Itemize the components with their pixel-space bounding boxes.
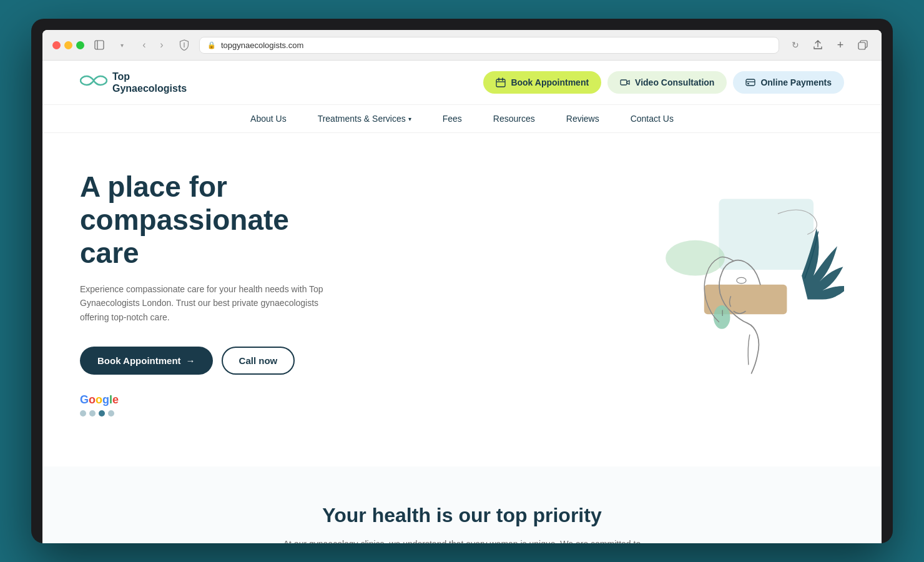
reload-button[interactable]: ↻: [787, 36, 804, 54]
logo-top: Top: [112, 71, 187, 82]
svg-rect-8: [621, 80, 627, 85]
bottom-section: Your health is our top priority At our g…: [42, 466, 882, 543]
hero-content: A place for compassionate care Experienc…: [80, 170, 342, 417]
rating-dot-4: [108, 410, 114, 417]
nav-contact[interactable]: Contact Us: [631, 114, 674, 124]
book-appointment-header-label: Book Appointment: [511, 77, 589, 87]
site-header: Top Gynaecologists Book Appointment: [42, 61, 882, 105]
call-now-button[interactable]: Call now: [222, 347, 295, 375]
sidebar-toggle-icon[interactable]: [92, 37, 107, 52]
laptop-screen: ▾ ‹ › 🔒 topgynaecologists.com ↻: [42, 30, 882, 543]
tabs-icon[interactable]: [854, 36, 872, 54]
google-logo: Google: [80, 393, 342, 407]
svg-rect-4: [496, 79, 505, 87]
url-text: topgynaecologists.com: [221, 41, 303, 50]
online-payments-label: Online Payments: [760, 77, 832, 87]
svg-rect-9: [746, 79, 755, 86]
minimize-button[interactable]: [64, 41, 72, 49]
shield-icon: [177, 37, 192, 52]
laptop-frame: ▾ ‹ › 🔒 topgynaecologists.com ↻: [31, 19, 893, 543]
nav-resources[interactable]: Resources: [493, 114, 535, 124]
nav-about[interactable]: About Us: [250, 114, 287, 124]
svg-point-19: [719, 305, 724, 310]
rating-dot-1: [80, 410, 86, 417]
logo: Top Gynaecologists: [80, 71, 187, 94]
back-button[interactable]: ‹: [137, 37, 152, 52]
svg-rect-3: [858, 42, 865, 49]
section-title: Your health is our top priority: [80, 504, 844, 527]
payment-icon: [745, 77, 755, 87]
nav-treatments[interactable]: Treatments & Services ▾: [318, 114, 411, 124]
svg-rect-11: [747, 83, 749, 84]
header-actions: Book Appointment Video Consultation: [483, 71, 844, 94]
hero-illustration: [582, 181, 844, 406]
svg-point-13: [666, 240, 725, 276]
address-bar[interactable]: 🔒 topgynaecologists.com: [199, 37, 779, 54]
close-button[interactable]: [52, 41, 61, 49]
website-content: Top Gynaecologists Book Appointment: [42, 61, 882, 543]
rating-dot-2: [89, 410, 96, 417]
logo-icon: [80, 74, 107, 91]
rating-dot-3: [99, 410, 105, 417]
chevron-down-icon: ▾: [408, 116, 411, 122]
browser-actions: ↻ +: [787, 36, 872, 54]
hero-section: A place for compassionate care Experienc…: [42, 133, 882, 466]
hero-buttons: Book Appointment → Call now: [80, 347, 342, 375]
traffic-lights: [52, 41, 84, 49]
calendar-icon: [496, 77, 506, 87]
nav-reviews[interactable]: Reviews: [566, 114, 599, 124]
share-icon[interactable]: [809, 36, 827, 54]
hero-title: A place for compassionate care: [80, 170, 342, 270]
svg-rect-0: [95, 41, 104, 49]
maximize-button[interactable]: [76, 41, 84, 49]
logo-text: Top Gynaecologists: [112, 71, 187, 94]
new-tab-icon[interactable]: +: [832, 36, 849, 54]
forward-button[interactable]: ›: [154, 37, 169, 52]
section-description: At our gynaecology clinics, we understan…: [268, 537, 656, 543]
lock-icon: 🔒: [207, 41, 216, 49]
nav-buttons: ‹ ›: [137, 37, 169, 52]
book-appointment-header-button[interactable]: Book Appointment: [483, 71, 601, 94]
video-consultation-label: Video Consultation: [635, 77, 714, 87]
video-consultation-button[interactable]: Video Consultation: [607, 71, 727, 94]
site-nav: About Us Treatments & Services ▾ Fees Re…: [42, 105, 882, 133]
arrow-icon: →: [186, 355, 195, 366]
nav-fees[interactable]: Fees: [443, 114, 462, 124]
book-appointment-hero-button[interactable]: Book Appointment →: [80, 347, 213, 375]
chevron-down-icon[interactable]: ▾: [114, 37, 129, 52]
google-dots: [80, 410, 342, 417]
call-now-label: Call now: [239, 355, 278, 366]
video-icon: [620, 77, 630, 87]
online-payments-button[interactable]: Online Payments: [733, 71, 844, 94]
google-rating: Google: [80, 393, 342, 417]
svg-rect-12: [719, 199, 813, 270]
book-appointment-hero-label: Book Appointment: [97, 355, 181, 366]
svg-point-17: [737, 278, 746, 283]
browser-chrome: ▾ ‹ › 🔒 topgynaecologists.com ↻: [42, 30, 882, 61]
hero-description: Experience compassionate care for your h…: [80, 282, 342, 324]
logo-bottom: Gynaecologists: [112, 82, 187, 94]
